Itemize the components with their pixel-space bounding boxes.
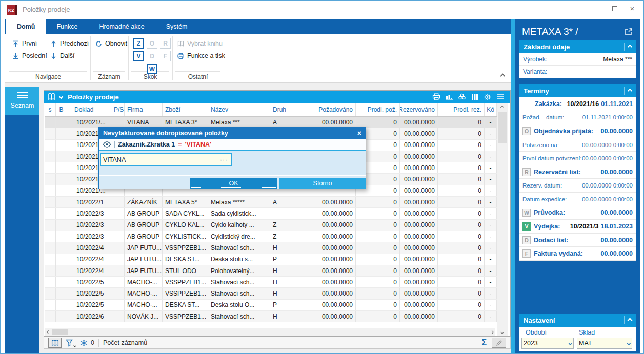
column-header-P/S[interactable]: P/S <box>111 103 125 116</box>
table-row[interactable]: 10/2022/1ZÁKAZNÍKMETAXA 5*Metaxa *****A0… <box>45 197 497 208</box>
cell-požadováno: 00.00.0000 <box>313 265 356 276</box>
column-header-Druh[interactable]: Druh <box>270 103 313 116</box>
cell-k-: - <box>485 185 497 196</box>
nav-first-button[interactable]: První <box>12 38 37 49</box>
section-header[interactable]: Nastavení <box>519 314 636 327</box>
dialog-filter-row: Zákazník.Zkratka 1 = 'VITANA' <box>99 139 366 151</box>
cell-doklad: 10/2022/3 <box>67 220 111 231</box>
close-button[interactable]: × <box>623 1 641 16</box>
panel-separator[interactable] <box>511 19 515 354</box>
column-header-Doklad[interactable]: Doklad <box>67 103 111 116</box>
printer-icon[interactable] <box>432 93 441 101</box>
section-header[interactable]: Základní údaje <box>519 40 636 53</box>
cell-prodl-rez-: 0 <box>438 140 485 151</box>
nav-last-button[interactable]: Poslední <box>12 51 47 61</box>
lookup-ellipsis-button[interactable]: ··· <box>217 156 231 163</box>
column-header-B[interactable]: B <box>56 103 67 116</box>
scroll-left-arrow[interactable] <box>45 328 52 336</box>
horizontal-scrollbar[interactable] <box>45 328 495 336</box>
minimize-button[interactable] <box>587 1 604 16</box>
skok-letter-o[interactable]: O <box>147 38 157 49</box>
chevron-up-icon <box>500 73 505 78</box>
scroll-down-arrow[interactable] <box>497 328 508 336</box>
ribbon-tab-dom-[interactable]: Domů <box>6 19 46 34</box>
column-header-Název[interactable]: Název <box>208 103 270 116</box>
dialog-maximize-button[interactable] <box>346 131 350 135</box>
columns-icon[interactable] <box>470 93 479 101</box>
skok-letter-f[interactable]: F <box>160 51 171 61</box>
table-row[interactable]: 10/2022/4JAP FUTU...DESKA ST...Deska sto… <box>45 254 497 265</box>
cell-p-s <box>111 288 125 299</box>
book-view-button[interactable] <box>48 338 62 348</box>
skok-letter-r[interactable]: R <box>160 38 171 49</box>
table-row[interactable]: 10/2022/4JAP FUTU...VSSPPZEB1...Stahovac… <box>45 242 497 254</box>
dialog-minimize-button[interactable] <box>333 133 338 133</box>
obdobi-combo[interactable]: 2023 <box>521 338 574 349</box>
select-book-button[interactable]: Vybrat knihu <box>177 38 223 49</box>
cell-b <box>56 254 67 265</box>
customer-input[interactable] <box>101 156 217 163</box>
skok-letter-d[interactable]: D <box>147 51 157 61</box>
cell-prodl-pož-: 0 <box>356 265 400 276</box>
maximize-button[interactable] <box>606 1 623 16</box>
ribbon-tab-funkce[interactable]: Funkce <box>46 19 88 34</box>
ok-button[interactable]: OK <box>190 178 277 189</box>
bar-chart-icon[interactable] <box>445 93 454 101</box>
column-header-Firma[interactable]: Firma <box>125 103 163 116</box>
frozen-filter-indicator[interactable]: 0 <box>80 339 94 347</box>
column-header-Prodl. rez.[interactable]: Prodl. rez. <box>438 103 485 116</box>
column-header-Zboží[interactable]: Zboží <box>163 103 208 116</box>
dialog-close-button[interactable]: × <box>357 131 361 136</box>
table-row[interactable]: 10/2022/5MACHO-...VSSPPZEB1...Stahovací … <box>45 277 497 288</box>
table-row[interactable]: 10/2022/6NOVÁK J...VSSPPZEB1...Stahovací… <box>45 311 497 322</box>
table-row[interactable]: 10/2022/3AB GROUPCYKLO KAL...Cyklo kalho… <box>45 220 497 231</box>
cell-s <box>45 277 56 287</box>
edit-button[interactable] <box>492 338 506 348</box>
customer-lookup-field[interactable]: ··· <box>100 153 232 166</box>
ribbon-tab-syst-m[interactable]: Systém <box>155 19 198 34</box>
eye-icon[interactable] <box>103 141 111 148</box>
column-header-s[interactable]: s <box>45 103 56 116</box>
dropdown-icon[interactable] <box>628 343 630 344</box>
table-row[interactable]: 10/2022/4JAP FUTU...STUL ODOPolohovateln… <box>45 265 497 277</box>
section-header[interactable]: Termíny <box>519 84 636 97</box>
sum-button[interactable]: Σ <box>481 338 487 347</box>
skok-letter-w[interactable]: W <box>147 64 157 74</box>
open-external-icon[interactable] <box>625 28 633 38</box>
panel-menu-icon[interactable] <box>496 93 505 101</box>
nav-next-button[interactable]: Další <box>50 51 74 61</box>
column-header-Požadováno[interactable]: Požadováno <box>313 103 356 116</box>
ribbon-tab-hromadn-akce[interactable]: Hromadné akce <box>88 19 155 34</box>
functions-print-button[interactable]: Funkce a tisk <box>177 51 225 61</box>
skok-letter-z[interactable]: Z <box>133 38 144 49</box>
refresh-button[interactable]: Obnovit <box>95 38 127 49</box>
nav-previous-button[interactable]: Předchozí <box>50 38 89 49</box>
scroll-right-arrow[interactable] <box>488 328 495 336</box>
vertical-scrollbar[interactable] <box>497 103 508 336</box>
dropdown-icon[interactable] <box>569 343 572 344</box>
book-icon[interactable] <box>47 93 56 100</box>
table-row[interactable]: 10/2022/3AB GROUPSADA CYKL...Sada cyklis… <box>45 208 497 219</box>
ribbon-collapse-button[interactable] <box>498 73 507 79</box>
column-header-Prodl. pož.[interactable]: Prodl. pož. <box>356 103 400 116</box>
column-header-Kó[interactable]: Kó <box>485 103 497 116</box>
table-row[interactable]: 10/2022/5MACHO-...VSSPPZEB1...Stahovací … <box>45 288 497 300</box>
settings-gear-icon[interactable] <box>483 93 492 101</box>
dialog-title-bar: Nevyfakturované dobropisované položky × <box>99 127 366 139</box>
grouping-icon[interactable] <box>457 93 467 101</box>
chevron-down-icon[interactable] <box>59 95 63 99</box>
sklad-combo[interactable]: MAT <box>577 338 632 349</box>
storno-button[interactable]: Storno <box>279 178 366 189</box>
vertical-scroll-thumb[interactable] <box>498 112 507 143</box>
filter-button[interactable] <box>66 339 76 347</box>
horizontal-scroll-thumb[interactable] <box>52 329 68 335</box>
table-row[interactable]: 10/2022/3AB GROUPCYKLISTICK...Cyklistick… <box>45 231 497 242</box>
cell-prodl-pož-: 0 <box>356 300 400 310</box>
cell-doklad: 10/2022/4 <box>67 254 111 265</box>
scroll-up-arrow[interactable] <box>497 103 508 111</box>
column-header-Rezervováno[interactable]: Rezervováno <box>400 103 438 116</box>
skok-letter-v[interactable]: V <box>133 51 144 61</box>
cell-druh: Z <box>270 231 313 242</box>
table-row[interactable]: 10/2022/5MACHO-...DESKA ST...Deska stolu… <box>45 300 497 311</box>
sidebar-tab-seznam[interactable]: Seznam <box>5 87 39 115</box>
